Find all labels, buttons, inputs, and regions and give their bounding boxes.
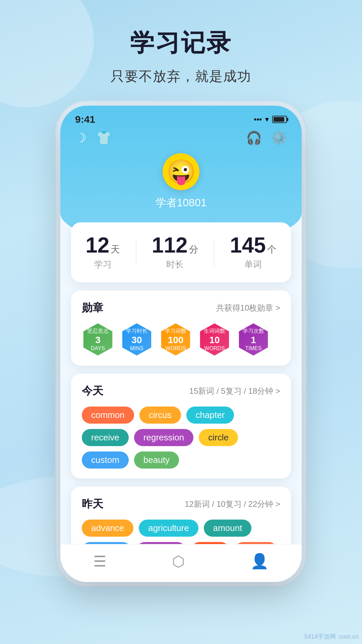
layers-icon: ⬡ (172, 553, 185, 570)
badge-10words-num: 10 (209, 335, 220, 345)
stat-words-unit: 个 (267, 243, 277, 256)
watermark: 5414手游网 .com.cn (304, 633, 359, 641)
nav-layers[interactable]: ⬡ (172, 553, 185, 571)
tag-chapter[interactable]: chapter (186, 407, 234, 424)
nav-right: 🎧 ⚙️ (246, 130, 287, 145)
moon-icon[interactable]: ☽ (75, 130, 86, 145)
settings-icon[interactable]: ⚙️ (271, 130, 287, 145)
yesterday-stats[interactable]: 12新词 / 10复习 / 22分钟 > (185, 499, 280, 509)
nav-left: ☽ 👕 (75, 130, 112, 145)
username: 学者10801 (156, 196, 207, 210)
badge-3days-unit: DAYS (91, 345, 105, 352)
yesterday-card: 昨天 12新词 / 10复习 / 22分钟 > advance agricult… (71, 487, 291, 544)
tag-common[interactable]: common (82, 407, 134, 424)
stat-days-unit: 天 (111, 243, 120, 256)
badge-3days: 坚忍意志 3 DAYS (82, 323, 114, 356)
bg-decoration-1 (0, 0, 94, 107)
badge-1time: 学习次数 1 TIMES (237, 323, 269, 356)
badge-10words-top: 生词词数 (204, 328, 225, 335)
yesterday-title: 昨天 (82, 497, 103, 512)
badges-link[interactable]: 共获得10枚勋章 > (216, 303, 280, 313)
avatar: 😜 (163, 153, 199, 190)
tag-circle[interactable]: circle (199, 429, 238, 446)
battery-icon (272, 116, 287, 123)
yesterday-tags: advance agriculture amount balance accou… (82, 520, 280, 544)
badge-30mins: 学习时长 30 MINS (121, 323, 153, 356)
badges-header: 勋章 共获得10枚勋章 > (82, 301, 280, 315)
nav-profile[interactable]: 👤 (250, 552, 269, 571)
badge-100words-num: 100 (168, 335, 184, 345)
list-icon: ☰ (93, 553, 106, 570)
tag-amount[interactable]: amount (204, 520, 252, 537)
stat-divider-1 (136, 239, 136, 266)
stat-words: 145 个 单词 (230, 234, 277, 270)
tag-circus[interactable]: circus (139, 407, 181, 424)
stat-days: 12 天 学习 (85, 234, 120, 270)
badge-100words: 学习词数 100 WORDS (160, 323, 192, 356)
stat-days-number: 12 (85, 234, 109, 256)
badge-100words-unit: WORDS (165, 345, 186, 352)
badge-30mins-top: 学习时长 (126, 328, 147, 335)
badge-10words: 生词词数 10 WORDS (198, 323, 231, 356)
stat-minutes: 112 分 时长 (152, 234, 198, 270)
tag-custom[interactable]: custom (82, 451, 129, 469)
bottom-nav: ☰ ⬡ 👤 (60, 544, 302, 582)
stat-divider-2 (214, 239, 215, 266)
badge-30mins-num: 30 (131, 335, 142, 345)
status-icons: ▪▪▪ ▾ (254, 115, 287, 124)
phone-content: 12 天 学习 112 分 时长 145 个 (60, 222, 302, 544)
signal-icon: ▪▪▪ (254, 115, 262, 124)
tag-receive[interactable]: receive (82, 429, 129, 446)
nav-list[interactable]: ☰ (93, 553, 106, 571)
tag-agriculture[interactable]: agriculture (139, 520, 198, 537)
today-header: 今天 15新词 / 5复习 / 18分钟 > (82, 384, 280, 398)
stats-card: 12 天 学习 112 分 时长 145 个 (71, 222, 291, 282)
today-tags: common circus chapter receive regression… (82, 407, 280, 469)
badge-100words-top: 学习词数 (165, 328, 186, 335)
badges-title: 勋章 (82, 301, 103, 315)
stat-minutes-number: 112 (152, 234, 188, 256)
status-time: 9:41 (75, 114, 95, 125)
top-nav: ☽ 👕 🎧 ⚙️ (60, 128, 302, 148)
today-title: 今天 (82, 384, 103, 398)
headset-icon[interactable]: 🎧 (246, 130, 262, 145)
badge-30mins-unit: MINS (130, 345, 143, 352)
tag-beauty[interactable]: beauty (134, 451, 179, 469)
stat-minutes-unit: 分 (189, 243, 198, 256)
badge-1time-num: 1 (251, 335, 256, 345)
tag-advance[interactable]: advance (82, 520, 133, 537)
stat-words-label: 单词 (244, 259, 262, 270)
badge-3days-top: 坚忍意志 (87, 328, 109, 335)
avatar-area: 😜 学者10801 (60, 153, 302, 210)
badges-row: 坚忍意志 3 DAYS 学习时长 30 MINS 学习词数 100 WORDS (82, 323, 280, 356)
stat-days-label: 学习 (94, 259, 112, 270)
phone-frame: 9:41 ▪▪▪ ▾ ☽ 👕 🎧 ⚙️ 😜 (60, 106, 302, 582)
today-stats[interactable]: 15新词 / 5复习 / 18分钟 > (189, 386, 280, 396)
profile-icon: 👤 (250, 552, 269, 570)
badge-1time-unit: TIMES (245, 345, 262, 352)
today-card: 今天 15新词 / 5复习 / 18分钟 > common circus cha… (71, 374, 291, 479)
badge-1time-top: 学习次数 (243, 328, 264, 335)
badge-3days-num: 3 (95, 335, 101, 345)
stat-words-number: 145 (230, 234, 266, 256)
shirt-icon[interactable]: 👕 (96, 130, 112, 145)
yesterday-header: 昨天 12新词 / 10复习 / 22分钟 > (82, 497, 280, 512)
badge-10words-unit: WORDS (204, 345, 225, 352)
stat-minutes-label: 时长 (166, 259, 184, 270)
tag-regression[interactable]: regression (134, 429, 193, 446)
badges-card: 勋章 共获得10枚勋章 > 坚忍意志 3 DAYS 学习时长 30 MINS (71, 290, 291, 366)
wifi-icon: ▾ (265, 115, 269, 124)
status-bar: 9:41 ▪▪▪ ▾ (60, 106, 302, 128)
